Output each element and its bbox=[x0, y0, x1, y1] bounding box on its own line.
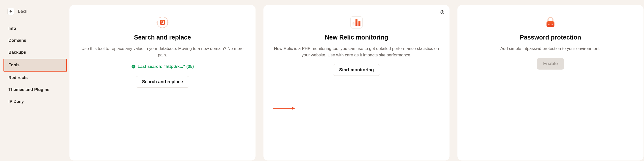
help-icon[interactable] bbox=[440, 10, 444, 16]
card-description: Use this tool to replace any value in yo… bbox=[79, 46, 246, 58]
search-replace-icon bbox=[156, 16, 169, 29]
last-search-text: Last search: "http://k..." (35) bbox=[138, 64, 194, 69]
svg-point-20 bbox=[552, 24, 553, 25]
card-title: New Relic monitoring bbox=[325, 34, 388, 41]
svg-rect-13 bbox=[358, 21, 360, 26]
svg-rect-11 bbox=[352, 22, 354, 26]
start-monitoring-button[interactable]: Start monitoring bbox=[333, 64, 380, 76]
svg-point-8 bbox=[440, 11, 444, 14]
card-description: New Relic is a PHP monitoring tool you c… bbox=[273, 46, 440, 58]
sidebar-item-tools[interactable]: Tools bbox=[4, 59, 67, 72]
back-label: Back bbox=[18, 9, 27, 14]
sidebar-item-redirects[interactable]: Redirects bbox=[5, 72, 69, 83]
enable-button[interactable]: Enable bbox=[537, 58, 564, 70]
search-replace-button[interactable]: Search and replace bbox=[136, 76, 189, 88]
arrow-annotation-icon bbox=[272, 107, 295, 110]
svg-rect-12 bbox=[356, 19, 358, 26]
last-search-status: Last search: "http://k..." (35) bbox=[131, 64, 194, 69]
svg-point-19 bbox=[551, 24, 552, 25]
sidebar-item-info[interactable]: Info bbox=[5, 23, 69, 34]
sidebar-item-themes-plugins[interactable]: Themes and Plugins bbox=[5, 84, 69, 95]
svg-point-18 bbox=[550, 24, 550, 25]
card-title: Password protection bbox=[520, 34, 581, 41]
sidebar-nav: Info Domains Backups Tools Redirects The… bbox=[5, 23, 69, 107]
sidebar-item-ip-deny[interactable]: IP Deny bbox=[5, 96, 69, 107]
back-button[interactable]: Back bbox=[5, 6, 30, 17]
sidebar-item-domains[interactable]: Domains bbox=[5, 35, 69, 46]
check-circle-icon bbox=[131, 64, 136, 69]
bar-chart-icon bbox=[350, 16, 363, 29]
svg-point-9 bbox=[442, 13, 442, 14]
sidebar: Back Info Domains Backups Tools Redirect… bbox=[0, 0, 69, 161]
content: Search and replace Use this tool to repl… bbox=[69, 0, 644, 161]
card-description: Add simple .htpasswd protection to your … bbox=[500, 46, 600, 52]
lock-icon bbox=[544, 16, 557, 29]
svg-rect-16 bbox=[546, 21, 554, 27]
card-title: Search and replace bbox=[134, 34, 191, 41]
card-new-relic: New Relic monitoring New Relic is a PHP … bbox=[264, 5, 450, 160]
svg-point-17 bbox=[548, 24, 549, 25]
card-search-replace: Search and replace Use this tool to repl… bbox=[70, 5, 256, 160]
card-password-protection: Password protection Add simple .htpasswd… bbox=[458, 5, 644, 160]
sidebar-item-backups[interactable]: Backups bbox=[5, 47, 69, 58]
back-arrow-icon bbox=[8, 8, 14, 15]
svg-marker-15 bbox=[292, 107, 295, 110]
svg-marker-2 bbox=[156, 21, 158, 24]
